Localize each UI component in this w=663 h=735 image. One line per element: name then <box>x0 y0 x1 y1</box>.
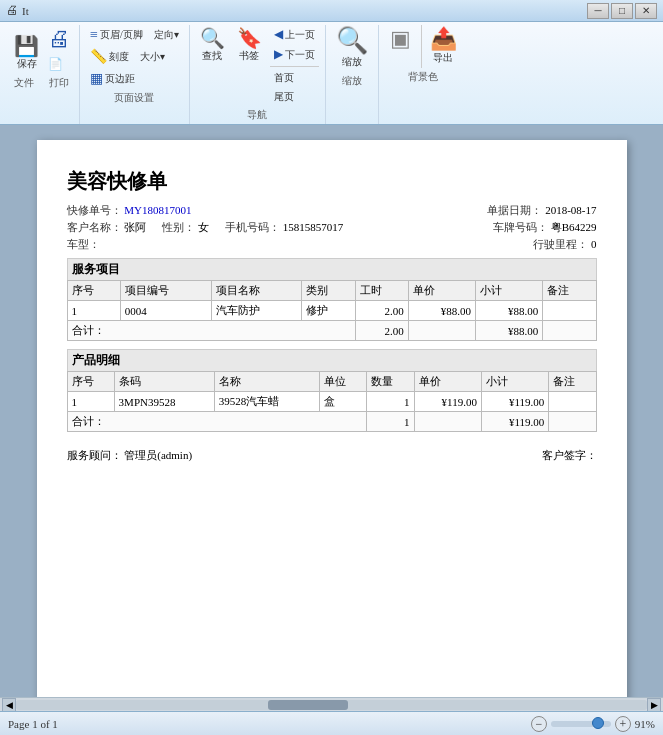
zoom-controls: − + 91% <box>531 716 655 732</box>
plate-value: 粤B64229 <box>551 221 597 233</box>
header-footer-button[interactable]: ≡ 页眉/页脚 <box>86 25 147 45</box>
margin-label: 页边距 <box>105 72 135 86</box>
ribbon-group-nav: 🔍 查找 🔖 书签 ◀ 上一页 ▶ 下一页 <box>190 25 326 124</box>
scale-button[interactable]: 📏 刻度 <box>86 46 133 67</box>
prod-col-subtotal: 小计 <box>481 372 548 392</box>
date-label: 单据日期： <box>487 204 542 216</box>
bg-button[interactable]: ▣ <box>385 25 417 68</box>
export-icon: 📤 <box>430 28 457 50</box>
prod-col-qty: 数量 <box>367 372 414 392</box>
export-button[interactable]: 📤 导出 <box>426 25 461 68</box>
orientation-button[interactable]: 定向▾ <box>150 26 183 44</box>
prod-col-unit: 单位 <box>320 372 367 392</box>
advisor-value: 管理员(admin) <box>124 449 192 461</box>
product-table: 序号 条码 名称 单位 数量 单价 小计 备注 1 3MPN39528 3952 <box>67 371 597 432</box>
print-icon: 🖨 <box>48 28 70 50</box>
phone-label: 手机号码： <box>225 221 280 233</box>
zoom-out-button[interactable]: − <box>531 716 547 732</box>
print-page: 美容快修单 快修单号： MY180817001 单据日期： 2018-08-17… <box>37 140 627 697</box>
car-type-label: 车型： <box>67 238 100 250</box>
header-label: 页眉/页脚 <box>100 28 143 42</box>
product-subtotal-label: 合计： <box>67 412 367 432</box>
service-col-notes: 备注 <box>543 281 596 301</box>
zoom-slider[interactable] <box>551 721 611 727</box>
zoom-button[interactable]: 🔍 缩放 <box>332 25 372 72</box>
document-title: 美容快修单 <box>67 168 597 195</box>
pagesetup-group-label: 页面设置 <box>86 91 183 105</box>
product-section-title: 产品明细 <box>67 349 597 371</box>
find-icon: 🔍 <box>200 28 225 48</box>
service-subtotal-label: 合计： <box>67 321 355 341</box>
minimize-button[interactable]: ─ <box>587 3 609 19</box>
first-page-button[interactable]: 首页 <box>270 69 319 87</box>
ribbon-group-file: 💾 保存 🖨 📄 文件 打印 <box>4 25 80 124</box>
date-value: 2018-08-17 <box>545 204 596 216</box>
mileage-value: 0 <box>591 238 597 250</box>
prod-col-name: 名称 <box>214 372 320 392</box>
app-icon: 🖨 <box>6 3 18 18</box>
zoom-in-button[interactable]: + <box>615 716 631 732</box>
save-label: 保存 <box>17 57 37 71</box>
service-type-1: 修护 <box>302 301 355 321</box>
prod-qty-1: 1 <box>367 392 414 412</box>
prev-page-button[interactable]: ◀ 上一页 <box>270 25 319 44</box>
h-scroll-thumb[interactable] <box>268 700 348 710</box>
service-notes-1 <box>543 301 596 321</box>
service-seq-1: 1 <box>67 301 120 321</box>
margin-icon: ▦ <box>90 70 103 87</box>
prev-icon: ◀ <box>274 27 283 42</box>
file-group-label: 文件 打印 <box>10 76 73 90</box>
print-big-button[interactable]: 🖨 <box>45 25 73 53</box>
service-subtotal-row: 合计： 2.00 ¥88.00 <box>67 321 596 341</box>
service-col-type: 类别 <box>302 281 355 301</box>
order-no-value: MY180817001 <box>124 204 191 216</box>
save-button[interactable]: 💾 保存 <box>10 33 43 74</box>
next-icon: ▶ <box>274 47 283 62</box>
zoom-level: 91% <box>635 718 655 730</box>
advisor-label: 服务顾问： <box>67 449 122 461</box>
service-col-price: 单价 <box>408 281 475 301</box>
next-page-button[interactable]: ▶ 下一页 <box>270 45 319 64</box>
signature-label: 客户签字： <box>542 449 597 461</box>
nav-group-label: 导航 <box>196 108 319 122</box>
scroll-right-button[interactable]: ▶ <box>647 698 661 712</box>
service-hours-1: 2.00 <box>355 301 408 321</box>
prod-col-barcode: 条码 <box>114 372 214 392</box>
prod-seq-1: 1 <box>67 392 114 412</box>
find-button[interactable]: 🔍 查找 <box>196 25 229 106</box>
last-page-button[interactable]: 尾页 <box>270 88 319 106</box>
print-small-button[interactable]: 📄 <box>45 55 73 74</box>
service-section-title: 服务项目 <box>67 258 597 280</box>
status-bar: Page 1 of 1 − + 91% <box>0 711 663 735</box>
bookmark-icon: 🔖 <box>237 28 262 48</box>
signature-section: 服务顾问： 管理员(admin) 客户签字： <box>67 448 597 463</box>
scroll-left-button[interactable]: ◀ <box>2 698 16 712</box>
doc-scroll[interactable]: 美容快修单 快修单号： MY180817001 单据日期： 2018-08-17… <box>0 125 663 697</box>
close-button[interactable]: ✕ <box>635 3 657 19</box>
mileage-label: 行驶里程： <box>533 238 588 250</box>
prod-unit-1: 盒 <box>320 392 367 412</box>
customer-label: 客户名称： <box>67 221 122 233</box>
prod-price-1: ¥119.00 <box>414 392 481 412</box>
product-subtotal-amount: ¥119.00 <box>481 412 548 432</box>
prod-subtotal-1: ¥119.00 <box>481 392 548 412</box>
zoom-thumb[interactable] <box>592 717 604 729</box>
maximize-button[interactable]: □ <box>611 3 633 19</box>
bg-group-label: 背景色 <box>385 70 461 84</box>
service-subtotal-1: ¥88.00 <box>476 301 543 321</box>
service-price-1: ¥88.00 <box>408 301 475 321</box>
h-scrollbar[interactable]: ◀ ▶ <box>0 697 663 711</box>
title-bar: 🖨 It ─ □ ✕ <box>0 0 663 22</box>
service-col-hours: 工时 <box>355 281 408 301</box>
gender-label: 性别： <box>162 221 195 233</box>
margin-button[interactable]: ▦ 页边距 <box>86 68 139 89</box>
service-col-seq: 序号 <box>67 281 120 301</box>
bg-icon: ▣ <box>390 28 411 50</box>
service-subtotal-amount: ¥88.00 <box>476 321 543 341</box>
page-info: Page 1 of 1 <box>8 718 58 730</box>
document-area: 美容快修单 快修单号： MY180817001 单据日期： 2018-08-17… <box>0 125 663 711</box>
scale-icon: 📏 <box>90 48 107 65</box>
size-button[interactable]: 大小▾ <box>136 48 169 66</box>
bookmark-button[interactable]: 🔖 书签 <box>233 25 266 106</box>
h-scroll-track[interactable] <box>16 700 647 710</box>
